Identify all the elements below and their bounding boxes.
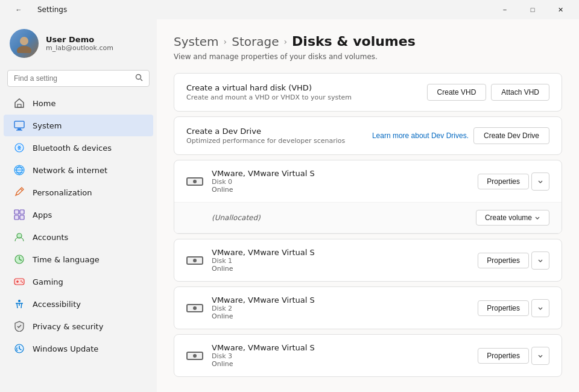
system-icon: [13, 119, 25, 131]
attach-vhd-button[interactable]: Attach VHD: [491, 84, 549, 101]
disk-2-properties-button[interactable]: Properties: [478, 300, 529, 316]
sidebar-item-accounts[interactable]: Accounts: [4, 226, 153, 248]
breadcrumb-sep1: ›: [224, 37, 227, 46]
create-vhd-button[interactable]: Create VHD: [427, 84, 487, 101]
sidebar-item-system[interactable]: System: [4, 115, 153, 136]
disk-2-name: VMware, VMware Virtual S: [212, 296, 315, 305]
unallocated-label: (Unallocated): [212, 213, 261, 222]
disk-0-label: Disk 0: [212, 178, 315, 186]
sidebar-item-apps[interactable]: Apps: [4, 204, 153, 226]
svg-point-27: [18, 300, 21, 302]
dev-drive-text: Create a Dev Drive Optimized performance…: [186, 127, 345, 145]
close-button[interactable]: ✕: [546, 0, 574, 19]
disk-3-label: Disk 3: [212, 352, 315, 360]
disk-section-0: VMware, VMware Virtual S Disk 0 Online P…: [174, 160, 562, 234]
sidebar-item-label: Bluetooth & devices: [33, 144, 112, 153]
sidebar-item-label: Home: [33, 99, 55, 108]
disk-0-icon: [186, 177, 203, 186]
breadcrumb: System › Storage › Disks & volumes: [174, 34, 562, 49]
sidebar-item-label: System: [33, 121, 62, 130]
sidebar-item-time[interactable]: Time & language: [4, 248, 153, 270]
avatar: [10, 29, 39, 58]
search-icon: [135, 74, 143, 83]
disk-0-properties-button[interactable]: Properties: [478, 174, 529, 189]
svg-point-25: [21, 280, 22, 282]
sidebar-item-label: Accounts: [33, 233, 68, 242]
vhd-subtitle: Create and mount a VHD or VHDX to your s…: [186, 93, 352, 101]
dev-drive-learn-more-link[interactable]: Learn more about Dev Drives.: [372, 127, 469, 144]
vhd-card: Create a virtual hard disk (VHD) Create …: [174, 73, 562, 112]
privacy-icon: [13, 320, 25, 332]
svg-point-2: [136, 75, 141, 80]
disk-2-details: VMware, VMware Virtual S Disk 2 Online: [212, 296, 315, 320]
svg-rect-17: [20, 215, 24, 220]
disk-section-2: VMware, VMware Virtual S Disk 2 Online P…: [174, 286, 562, 329]
svg-rect-22: [14, 279, 24, 285]
disk-0-name: VMware, VMware Virtual S: [212, 169, 315, 178]
sidebar-item-network[interactable]: Network & internet: [4, 159, 153, 181]
disk-row-2: VMware, VMware Virtual S Disk 2 Online P…: [174, 287, 562, 329]
svg-rect-6: [17, 128, 21, 130]
disk-3-info: VMware, VMware Virtual S Disk 3 Online: [186, 343, 315, 368]
disk-2-expand-button[interactable]: [531, 299, 549, 317]
search-input[interactable]: [14, 74, 130, 83]
sidebar-item-gaming[interactable]: Gaming: [4, 271, 153, 292]
maximize-button[interactable]: □: [519, 0, 546, 19]
sidebar-item-label: Apps: [33, 210, 52, 220]
sidebar-item-personalization[interactable]: Personalization: [4, 182, 153, 203]
disk-section-3: VMware, VMware Virtual S Disk 3 Online P…: [174, 334, 562, 377]
disk-1-label: Disk 1: [212, 257, 315, 265]
disk-1-controls: Properties: [478, 251, 549, 270]
disk-0-details: VMware, VMware Virtual S Disk 0 Online: [212, 169, 315, 194]
back-button[interactable]: ←: [5, 0, 33, 19]
sidebar-item-label: Privacy & security: [33, 322, 103, 331]
vhd-title: Create a virtual hard disk (VHD): [186, 83, 352, 92]
bluetooth-icon: [13, 142, 25, 154]
dev-drive-subtitle: Optimized performance for developer scen…: [186, 137, 345, 145]
sidebar-item-label: Personalization: [33, 188, 92, 197]
dev-drive-title: Create a Dev Drive: [186, 127, 345, 136]
disk-3-status: Online: [212, 360, 315, 368]
sidebar-item-privacy[interactable]: Privacy & security: [4, 315, 153, 337]
time-icon: [13, 253, 25, 265]
disk-2-icon: [186, 304, 203, 312]
sidebar: User Demo m_lab@outlook.com: [0, 19, 157, 392]
disk-0-controls: Properties: [478, 172, 549, 191]
create-volume-button[interactable]: Create volume: [476, 210, 549, 226]
sidebar-item-bluetooth[interactable]: Bluetooth & devices: [4, 137, 153, 159]
breadcrumb-current: Disks & volumes: [292, 34, 416, 49]
sidebar-item-label: Time & language: [33, 255, 100, 264]
disk-0-expand-button[interactable]: [531, 172, 549, 191]
svg-point-26: [22, 282, 23, 283]
minimize-button[interactable]: −: [491, 0, 519, 19]
disk-0-status: Online: [212, 186, 315, 194]
breadcrumb-storage[interactable]: Storage: [232, 34, 279, 49]
breadcrumb-system[interactable]: System: [174, 34, 219, 49]
search-box[interactable]: [7, 70, 150, 87]
windows-update-icon: [13, 343, 25, 355]
sidebar-item-home[interactable]: Home: [4, 92, 153, 114]
disk-1-properties-button[interactable]: Properties: [478, 253, 529, 268]
disk-0-unallocated-row: (Unallocated) Create volume: [174, 203, 562, 233]
disk-1-expand-button[interactable]: [531, 251, 549, 270]
disk-2-info: VMware, VMware Virtual S Disk 2 Online: [186, 296, 315, 320]
home-icon: [13, 97, 25, 109]
sidebar-item-windows-update[interactable]: Windows Update: [4, 338, 153, 359]
disk-2-controls: Properties: [478, 299, 549, 317]
sidebar-item-label: Gaming: [33, 277, 63, 286]
network-icon: [13, 164, 25, 176]
vhd-buttons: Create VHD Attach VHD: [427, 84, 549, 101]
accounts-icon: [13, 231, 25, 243]
apps-icon: [13, 209, 25, 221]
sidebar-item-label: Network & internet: [33, 166, 107, 175]
sidebar-item-accessibility[interactable]: Accessibility: [4, 293, 153, 315]
svg-point-0: [20, 37, 28, 45]
dev-drive-card: Create a Dev Drive Optimized performance…: [174, 116, 562, 155]
page-subtitle: View and manage properties of your disks…: [174, 52, 562, 61]
create-dev-drive-button[interactable]: Create Dev Drive: [473, 127, 549, 144]
vhd-text: Create a virtual hard disk (VHD) Create …: [186, 83, 352, 101]
disk-3-properties-button[interactable]: Properties: [478, 348, 529, 364]
window-controls: − □ ✕: [491, 0, 574, 19]
disk-3-expand-button[interactable]: [531, 347, 549, 365]
disk-row-1: VMware, VMware Virtual S Disk 1 Online P…: [174, 239, 562, 281]
